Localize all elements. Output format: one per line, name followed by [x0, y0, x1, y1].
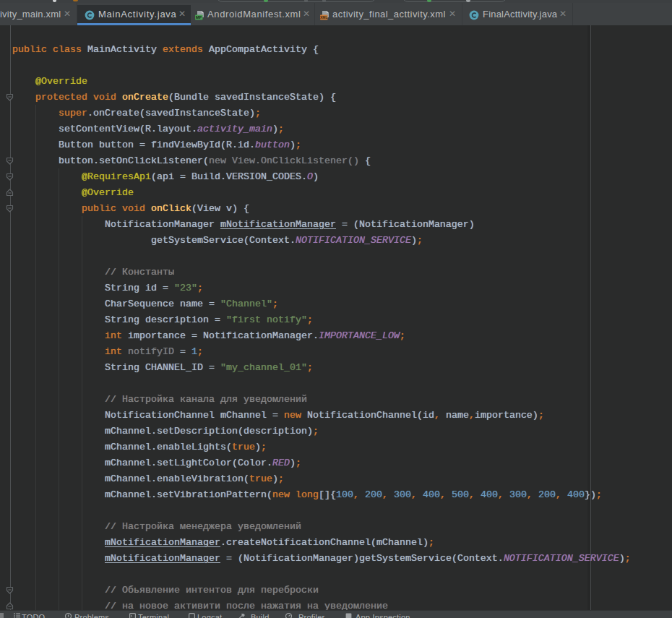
svg-text:MF: MF	[196, 15, 202, 20]
svg-text:XML: XML	[320, 15, 327, 20]
